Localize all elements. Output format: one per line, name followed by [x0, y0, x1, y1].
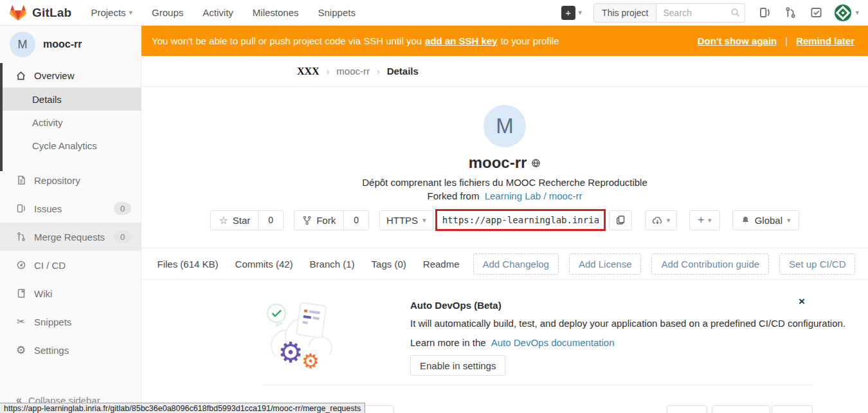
sidebar-item-wiki[interactable]: Wiki	[0, 279, 141, 307]
gitlab-project-page: GitLab Projects▾ Groups Activity Milesto…	[0, 0, 868, 413]
fork-button[interactable]: Fork	[294, 210, 344, 230]
dont-show-again-link[interactable]: Don't show again	[698, 35, 777, 46]
breadcrumb: XXX › mooc-rr › Details	[141, 56, 868, 87]
partial-button[interactable]	[712, 405, 770, 413]
clipboard-icon	[615, 215, 626, 225]
separator: |	[785, 35, 788, 46]
search-scope-button[interactable]: This project	[593, 3, 656, 23]
new-menu-button[interactable]: +	[561, 6, 575, 20]
main-nav-links: Projects▾ Groups Activity Milestones Sni…	[91, 7, 356, 18]
remind-later-link[interactable]: Remind later	[796, 35, 854, 46]
download-dropdown[interactable]: ▾	[645, 210, 678, 230]
breadcrumb-page: Details	[387, 66, 419, 77]
star-button[interactable]: ☆ Star	[210, 210, 258, 230]
autodevops-learn-line: Learn more in the Auto DevOps documentat…	[410, 337, 615, 348]
book-icon	[16, 288, 26, 298]
issues-icon	[16, 203, 26, 214]
add-license-button[interactable]: Add License	[569, 253, 642, 275]
autodevops-title: Auto DevOps (Beta)	[410, 300, 502, 311]
avatar	[835, 5, 851, 21]
ssh-warning-banner: You won't be able to pull or push projec…	[141, 26, 868, 56]
nav-activity[interactable]: Activity	[203, 7, 233, 18]
issues-dashboard-button[interactable]	[759, 6, 771, 19]
copy-url-button[interactable]	[609, 210, 632, 230]
add-dropdown[interactable]: + ▾	[689, 210, 719, 230]
main-content: XXX › mooc-rr › Details M mooc-rr Dépôt …	[141, 56, 868, 413]
tags-link[interactable]: Tags (0)	[372, 259, 406, 270]
gitlab-logo[interactable]: GitLab	[9, 5, 71, 21]
readme-link[interactable]: Readme	[423, 259, 460, 270]
breadcrumb-project[interactable]: mooc-rr	[336, 66, 370, 77]
public-globe-icon	[531, 158, 541, 168]
sidebar-item-details[interactable]: Details	[0, 87, 141, 111]
breadcrumb-separator: ›	[377, 66, 380, 77]
enable-in-settings-button[interactable]: Enable in settings	[410, 355, 505, 376]
nav-groups[interactable]: Groups	[152, 7, 183, 18]
notification-dropdown[interactable]: Global ▾	[732, 210, 799, 230]
gear-icon: ⚙	[278, 336, 303, 369]
add-changelog-button[interactable]: Add Changelog	[473, 253, 559, 275]
search-group: This project	[593, 3, 745, 23]
fork-count[interactable]: 0	[343, 210, 369, 230]
user-menu[interactable]: ▾	[835, 5, 859, 21]
setup-ci-cd-button[interactable]: Set up CI/CD	[779, 253, 855, 275]
sidebar-item-snippets[interactable]: ✂ Snippets	[0, 307, 141, 336]
add-ssh-key-link[interactable]: add an SSH key	[425, 35, 498, 46]
plus-icon: +	[698, 214, 704, 226]
logo-text: GitLab	[32, 6, 71, 20]
autodevops-doc-link[interactable]: Auto DevOps documentation	[491, 337, 615, 348]
browser-status-tooltip: https://app-learninglab.inria.fr/gitlab/…	[0, 403, 365, 413]
breadcrumb-group[interactable]: XXX	[297, 66, 320, 77]
sidebar-item-repository[interactable]: Repository	[0, 166, 141, 194]
todo-check-icon	[810, 6, 822, 19]
forked-from-link[interactable]: Learning Lab / mooc-rr	[485, 190, 583, 201]
sidebar-item-issues[interactable]: Issues 0	[0, 194, 141, 223]
clone-url-input[interactable]	[435, 209, 606, 231]
nav-projects[interactable]: Projects▾	[91, 7, 132, 18]
autodevops-body: It will automatically build, test, and d…	[410, 318, 845, 329]
project-description: Dépôt comprenant les fichiers du MOOC Re…	[141, 177, 868, 188]
sidebar-item-activity[interactable]: Activity	[0, 111, 141, 134]
sidebar-project-header[interactable]: M mooc-rr	[0, 26, 141, 63]
nav-snippets[interactable]: Snippets	[318, 7, 356, 18]
project-action-row: ☆ Star 0 Fork 0 HTTPS ▾	[141, 209, 868, 231]
chevron-down-icon: ▾	[708, 216, 712, 225]
navbar-right: + ▾ This project ▾	[561, 3, 868, 23]
files-link[interactable]: Files (614 KB)	[158, 259, 219, 270]
tanuki-icon	[9, 5, 27, 21]
home-icon	[15, 70, 26, 81]
merge-requests-dashboard-button[interactable]	[784, 6, 797, 19]
todos-button[interactable]	[810, 6, 822, 19]
project-header: M mooc-rr Dépôt comprenant les fichiers …	[141, 105, 868, 280]
project-avatar: M	[10, 32, 35, 57]
sidebar-item-settings[interactable]: ⚙ Settings	[0, 336, 141, 364]
clone-protocol-dropdown[interactable]: HTTPS ▾	[379, 210, 433, 230]
merge-requests-count-badge: 0	[114, 230, 131, 243]
fork-icon	[302, 216, 312, 225]
search-icon	[730, 8, 740, 17]
sidebar-item-merge-requests[interactable]: Merge Requests 0	[0, 223, 141, 251]
project-sidebar: M mooc-rr Overview Details Activity Cycl…	[0, 26, 141, 413]
chevron-down-icon: ▾	[855, 8, 859, 17]
cloud-download-icon	[652, 215, 663, 226]
commits-link[interactable]: Commits (42)	[235, 259, 293, 270]
project-stats-row: Files (614 KB) Commits (42) Branch (1) T…	[141, 248, 868, 280]
star-count[interactable]: 0	[258, 210, 284, 230]
document-icon	[16, 175, 26, 185]
merge-request-icon	[16, 232, 26, 242]
partial-button[interactable]	[667, 405, 707, 413]
chevron-down-icon: ▾	[422, 216, 426, 225]
nav-milestones[interactable]: Milestones	[253, 7, 299, 18]
sidebar-item-overview[interactable]: Overview	[0, 63, 141, 87]
close-icon[interactable]: ×	[799, 295, 805, 308]
partial-button[interactable]	[772, 405, 813, 413]
scissors-icon: ✂	[17, 316, 25, 327]
autodevops-illustration: ⚙ ⚙	[262, 294, 339, 371]
sidebar-item-ci-cd[interactable]: CI / CD	[0, 251, 141, 279]
top-navbar: GitLab Projects▾ Groups Activity Milesto…	[0, 0, 868, 26]
sidebar-item-cycle-analytics[interactable]: Cycle Analytics	[0, 134, 141, 157]
add-contribution-guide-button[interactable]: Add Contribution guide	[651, 253, 769, 275]
chevron-down-icon[interactable]: ▾	[579, 8, 583, 17]
branches-link[interactable]: Branch (1)	[310, 259, 355, 270]
gauge-icon	[16, 260, 26, 270]
